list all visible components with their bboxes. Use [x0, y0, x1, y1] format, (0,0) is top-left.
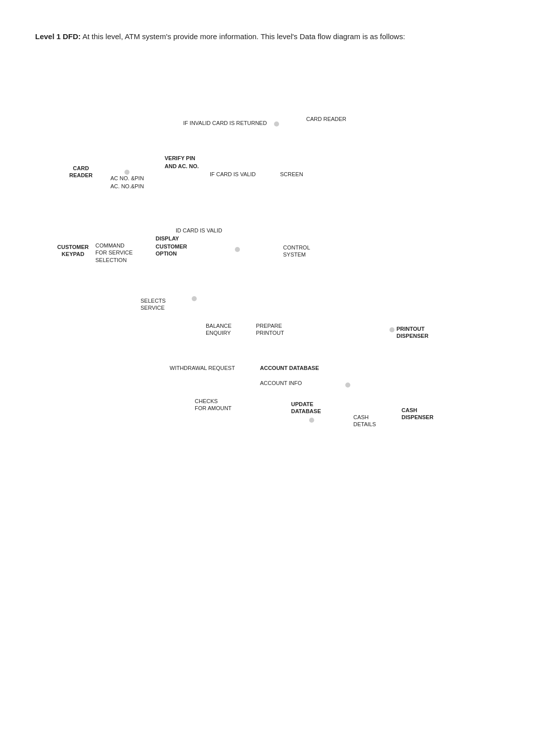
intro-label-text: At this level, ATM system's provide more…: [81, 32, 405, 41]
intro-text: Level 1 DFD: At this level, ATM system's…: [35, 31, 427, 43]
label-printout-dispenser: PRINTOUTDISPENSER: [396, 325, 429, 340]
label-account-database: ACCOUNT DATABASE: [260, 364, 319, 371]
node-5: [389, 327, 394, 332]
label-and-ac-no: AND AC. NO.: [165, 163, 199, 170]
label-display: DISPLAY: [156, 235, 179, 242]
label-checks-for-amount: CHECKSFOR AMOUNT: [195, 398, 231, 412]
node-7: [309, 418, 314, 423]
label-customer-option: CUSTOMEROPTION: [156, 243, 187, 258]
label-selects-service: SELECTSSERVICE: [141, 297, 166, 312]
page: Level 1 DFD: At this level, ATM system's…: [0, 0, 533, 756]
node-1: [274, 121, 279, 127]
label-balance-enquiry: BALANCEENQUIRY: [206, 322, 231, 337]
label-ac-no-pin2: AC. NO.&PIN: [110, 183, 144, 190]
node-4: [192, 296, 197, 301]
label-account-info: ACCOUNT INFO: [260, 380, 302, 387]
label-screen: SCREEN: [280, 171, 303, 178]
label-if-card-is-valid: IF CARD IS VALID: [210, 171, 255, 178]
label-customer-keypad: CUSTOMERKEYPAD: [57, 243, 89, 258]
node-2: [124, 170, 129, 175]
label-id-card-is-valid: ID CARD IS VALID: [176, 227, 222, 234]
intro-label-bold: Level 1 DFD:: [35, 32, 81, 41]
node-6: [345, 383, 350, 388]
label-prepare-printout: PREPAREPRINTOUT: [256, 322, 284, 337]
label-card-reader-top: CARD READER: [306, 115, 346, 122]
label-cash-details: CASHDETAILS: [353, 414, 376, 428]
dfd-diagram: CARD READER IF INVALID CARD IS RETURNED …: [35, 90, 512, 542]
label-if-invalid-card: IF INVALID CARD IS RETURNED: [183, 119, 267, 127]
label-withdrawal-request: WITHDRAWAL REQUEST: [170, 364, 235, 371]
label-ac-no-pin1: AC NO. &PIN: [110, 175, 144, 182]
label-control-system: CONTROLSYSTEM: [283, 244, 310, 259]
label-card-reader-left: CARDREADER: [69, 165, 92, 179]
label-command-for-service: COMMANDFOR SERVICESELECTION: [95, 242, 132, 264]
label-cash-dispenser: CASHDISPENSER: [402, 407, 434, 421]
label-update-database: UPDATEDATABASE: [291, 401, 321, 415]
node-3: [235, 247, 240, 252]
label-verify-pin: VERIFY PIN: [165, 155, 195, 162]
